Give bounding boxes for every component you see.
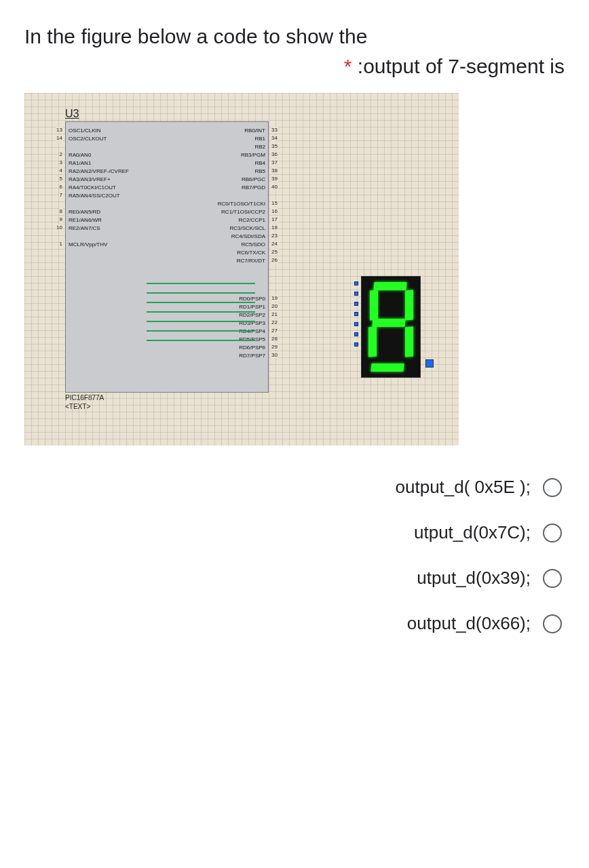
option-label: utput_d(0x39); (417, 568, 531, 589)
pin-label: RB1 (254, 136, 265, 142)
wire (147, 311, 255, 313)
pin-label: RB4 (254, 160, 265, 166)
pin-number: 17 (271, 216, 278, 222)
pin-number: 2 (59, 151, 63, 157)
schematic-canvas: U3 13OSC1/CLKIN14OSC2/CLKOUT2RA0/AN03RA1… (24, 93, 459, 446)
pin-label: OSC2/CLKOUT (69, 136, 107, 142)
wire (147, 340, 255, 341)
pin-number: 38 (271, 167, 278, 174)
pin-label: RA2/AN2/VREF-/CVREF (69, 168, 129, 174)
pin-label: RA1/AN1 (69, 160, 91, 166)
wire (147, 321, 255, 322)
pin-number: 34 (271, 135, 278, 141)
wire (147, 330, 255, 332)
chip-part-number: PIC16F877A (65, 394, 269, 401)
chip-text-prop: <TEXT> (65, 403, 269, 410)
pin-label: RA0/AN0 (69, 152, 91, 158)
pin-number: 6 (59, 184, 63, 190)
segment-g (372, 319, 405, 327)
pin-label: MCLR/Vpp/THV (69, 241, 107, 248)
pin-label: RB0/INT (244, 127, 265, 134)
pin-number: 5 (59, 176, 63, 182)
answer-options: output_d( 0x5E ); utput_d(0x7C); utput_d… (24, 465, 565, 646)
pin-number: 25 (271, 249, 278, 255)
segment-b (405, 290, 413, 321)
question-line-2: * :output of 7-segment is (24, 52, 565, 81)
pin-number: 36 (271, 151, 278, 157)
option-row[interactable]: utput_d(0x7C); (24, 510, 565, 555)
pin-label: RB3/PGM (241, 152, 265, 158)
segment-a (373, 282, 406, 290)
chip-body: 13OSC1/CLKIN14OSC2/CLKOUT2RA0/AN03RA1/AN… (65, 121, 269, 393)
seven-segment-display (361, 276, 421, 378)
circuit-figure: U3 13OSC1/CLKIN14OSC2/CLKOUT2RA0/AN03RA1… (24, 93, 459, 446)
pin-number: 13 (56, 127, 63, 133)
pin-number: 10 (56, 224, 63, 231)
pin-label: RC3/SCK/SCL (230, 225, 265, 231)
pin-label: RC7/RX/DT (237, 258, 265, 264)
pin-number: 37 (271, 159, 278, 165)
wires-rd-to-7seg (255, 281, 357, 363)
pin-number: 8 (59, 208, 63, 214)
pin-number: 16 (271, 208, 278, 214)
pin-label: RE0/AN5/RD (69, 209, 100, 215)
decimal-point (425, 359, 434, 368)
pin-number: 35 (271, 143, 278, 149)
option-row[interactable]: utput_d(0x39); (24, 555, 565, 601)
pin-label: OSC1/CLKIN (69, 127, 101, 134)
pin-label: RC1/T1OSI/CCP2 (221, 209, 265, 215)
question-line-2-text: :output of 7-segment is (358, 55, 565, 77)
option-row[interactable]: output_d( 0x5E ); (24, 465, 565, 510)
pin-label: RA4/T0CKI/C1OUT (69, 184, 116, 191)
pin-number: 14 (56, 135, 63, 141)
pin-number: 18 (271, 224, 278, 231)
pin-label: RB5 (254, 168, 265, 174)
segment-c (405, 327, 413, 357)
pin-number: 26 (271, 257, 278, 263)
question-line-1: In the figure below a code to show the (24, 22, 565, 52)
pin-number: 40 (271, 184, 278, 190)
microcontroller-u3: U3 13OSC1/CLKIN14OSC2/CLKOUT2RA0/AN03RA1… (65, 108, 269, 410)
segment-e (368, 327, 377, 357)
radio-button[interactable] (543, 569, 562, 588)
pin-label: RB7/PGD (242, 184, 265, 191)
segment-f (370, 290, 378, 321)
pin-number: 39 (271, 176, 278, 182)
pin-label: RC6/TX/CK (237, 250, 265, 256)
pin-label: RC5/SDO (241, 241, 265, 248)
required-asterisk: * (344, 55, 352, 77)
pin-label: RC0/T1OSO/T1CKI (218, 201, 265, 207)
pin-number: 4 (59, 167, 63, 174)
wire (147, 292, 255, 294)
radio-button[interactable] (543, 614, 562, 633)
pin-label: RB2 (254, 144, 265, 150)
wire (147, 302, 255, 303)
pin-number: 1 (59, 241, 63, 247)
radio-button[interactable] (543, 524, 562, 542)
pin-label: RB6/PGC (242, 176, 265, 182)
pin-number: 23 (271, 233, 278, 239)
pin-label: RC2/CCP1 (238, 217, 265, 223)
option-label: output_d(0x66); (407, 613, 531, 634)
pin-number: 15 (271, 200, 278, 206)
pin-number: 7 (59, 192, 63, 198)
question-text: In the figure below a code to show the *… (24, 22, 565, 81)
pin-number: 3 (59, 159, 63, 165)
option-label: output_d( 0x5E ); (396, 477, 531, 498)
segment-d (370, 363, 404, 372)
pin-number: 24 (271, 241, 278, 247)
radio-button[interactable] (543, 478, 562, 497)
pin-label: RA5/AN4/SS/C2OUT (69, 193, 120, 199)
pin-label: RE1/AN6/WR (69, 217, 102, 223)
option-label: utput_d(0x7C); (414, 522, 531, 543)
pin-label: RC4/SDI/SDA (231, 233, 265, 239)
pin-number: 9 (59, 216, 63, 222)
pin-label: RA3/AN3/VREF+ (69, 176, 111, 182)
option-row[interactable]: output_d(0x66); (24, 601, 565, 646)
pin-label: RE2/AN7/CS (69, 225, 100, 231)
chip-reference: U3 (65, 108, 269, 120)
pin-number: 33 (271, 127, 278, 133)
wire (147, 283, 255, 284)
